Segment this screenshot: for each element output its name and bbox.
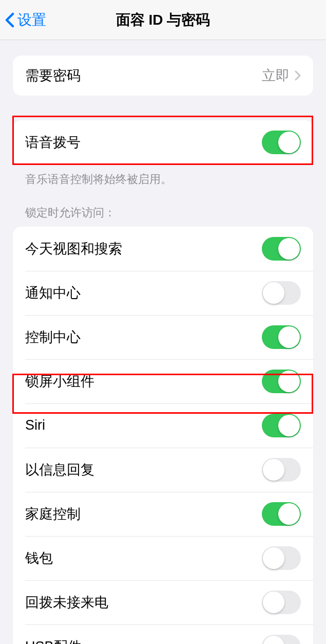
passcode-section: 需要密码 立即	[13, 56, 313, 96]
require-passcode-value: 立即	[262, 66, 290, 85]
chevron-right-icon	[295, 70, 301, 81]
lock-access-section: 今天视图和搜索通知中心控制中心锁屏小组件Siri以信息回复家庭控制钱包回拨未接来…	[13, 227, 313, 644]
back-label: 设置	[17, 10, 46, 30]
lock-item-label: 钱包	[25, 549, 53, 567]
lock-item-row: 回拨未接来电	[13, 580, 313, 624]
lock-item-toggle[interactable]	[262, 370, 301, 393]
lock-item-label: 家庭控制	[25, 505, 81, 523]
lock-item-row: 锁屏小组件	[13, 359, 313, 403]
back-button[interactable]: 设置	[5, 10, 46, 30]
voice-dial-label: 语音拨号	[25, 133, 81, 152]
lock-item-toggle[interactable]	[262, 546, 301, 570]
lock-item-toggle[interactable]	[262, 414, 301, 437]
lock-item-row: 以信息回复	[13, 448, 313, 492]
voice-dial-footer: 音乐语音控制将始终被启用。	[13, 164, 313, 188]
lock-item-toggle[interactable]	[262, 635, 301, 644]
lock-item-toggle[interactable]	[262, 458, 301, 482]
lock-item-row: Siri	[13, 403, 313, 448]
page-title: 面容 ID 与密码	[116, 10, 210, 30]
chevron-left-icon	[5, 12, 14, 28]
lock-item-toggle[interactable]	[262, 281, 301, 305]
lock-item-row: 钱包	[13, 536, 313, 580]
lock-item-row: 家庭控制	[13, 492, 313, 536]
lock-item-label: USB配件	[25, 637, 82, 644]
lock-item-toggle[interactable]	[262, 502, 301, 526]
lock-item-label: 控制中心	[25, 328, 81, 346]
voice-dial-row: 语音拨号	[13, 120, 313, 164]
require-passcode-label: 需要密码	[25, 66, 81, 85]
lock-item-toggle[interactable]	[262, 591, 301, 614]
lock-item-label: 通知中心	[25, 284, 81, 302]
lock-item-label: 今天视图和搜索	[25, 240, 122, 258]
require-passcode-row[interactable]: 需要密码 立即	[13, 56, 313, 96]
lock-item-toggle[interactable]	[262, 325, 301, 349]
lock-item-row: 通知中心	[13, 271, 313, 315]
nav-header: 设置 面容 ID 与密码	[0, 0, 326, 40]
lock-item-label: 回拨未接来电	[25, 593, 108, 612]
lock-item-label: 以信息回复	[25, 461, 94, 479]
lock-item-row: 控制中心	[13, 315, 313, 359]
lock-access-header: 锁定时允许访问：	[13, 188, 313, 227]
lock-item-label: Siri	[25, 417, 45, 433]
lock-item-row: USB配件	[13, 624, 313, 644]
lock-item-label: 锁屏小组件	[25, 372, 94, 391]
voice-dial-section: 语音拨号	[13, 120, 313, 164]
lock-item-toggle[interactable]	[262, 237, 301, 261]
voice-dial-toggle[interactable]	[262, 131, 301, 154]
lock-item-row: 今天视图和搜索	[13, 227, 313, 271]
